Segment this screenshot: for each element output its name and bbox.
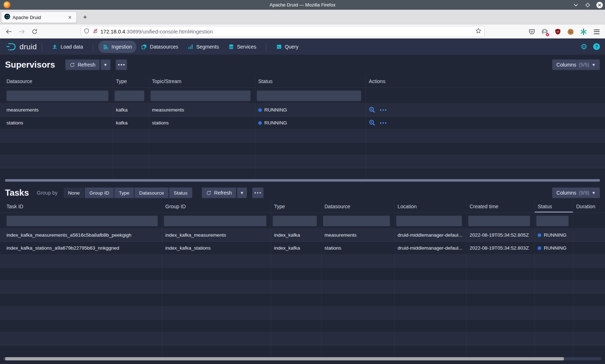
supervisor-row[interactable]: stations kafka stations RUNNING	[0, 117, 605, 129]
window-minimize-icon[interactable]	[573, 2, 579, 8]
filter-created-time-input[interactable]	[468, 215, 530, 226]
supervisor-datasource[interactable]: measurements	[0, 104, 113, 116]
empty-row	[0, 319, 605, 332]
column-header-datasource[interactable]: Datasource	[0, 75, 113, 87]
row-actions-menu-icon[interactable]	[380, 109, 386, 111]
back-button[interactable]	[4, 27, 14, 37]
columns-label: Columns	[556, 190, 576, 196]
navbar-separator	[42, 43, 42, 51]
supervisor-actions	[366, 104, 605, 116]
supervisors-refresh-button[interactable]: Refresh	[65, 59, 100, 70]
supervisors-more-button[interactable]	[116, 59, 127, 70]
navbar-separator	[93, 43, 93, 51]
tab-title: Apache Druid	[13, 15, 66, 20]
chevron-down-icon: ▼	[240, 191, 244, 195]
tab-strip: Apache Druid ✕ +	[0, 10, 605, 24]
task-duration	[573, 229, 605, 241]
supervisor-datasource[interactable]: stations	[0, 117, 113, 129]
druid-logo[interactable]: druid	[6, 42, 37, 51]
column-header-location[interactable]: Location	[395, 200, 467, 213]
nav-item-services[interactable]: Services	[224, 41, 261, 53]
column-header-created-time[interactable]: Created time	[467, 200, 535, 213]
column-header-datasource[interactable]: Datasource	[322, 200, 395, 213]
nav-item-query[interactable]: Query	[272, 41, 303, 53]
filter-location-input[interactable]	[396, 215, 462, 226]
account-icon[interactable]: ✕	[541, 28, 548, 35]
supervisors-columns-button[interactable]: Columns (5/5) ▼	[552, 59, 600, 70]
tab-close-icon[interactable]: ✕	[66, 14, 73, 21]
filter-type-input[interactable]	[115, 90, 144, 101]
tasks-refresh-button[interactable]: Refresh	[202, 187, 236, 198]
detail-magnifier-icon[interactable]	[369, 106, 376, 113]
column-header-group-id[interactable]: Group ID	[162, 200, 271, 213]
datasources-icon	[141, 44, 147, 50]
pocket-icon[interactable]	[528, 28, 535, 35]
browser-tab[interactable]: Apache Druid ✕	[1, 12, 77, 23]
column-header-status-sorted[interactable]: Status	[535, 200, 573, 213]
url-path: :30899/unified-console.html#ingestion	[125, 29, 213, 35]
supervisors-horizontal-scrollbar[interactable]	[5, 179, 600, 182]
refresh-icon	[70, 62, 75, 68]
filter-group-id-input[interactable]	[164, 215, 266, 226]
supervisors-refresh-dropdown-button[interactable]: ▼	[100, 59, 111, 70]
group-by-datasource-button[interactable]: Datasource	[134, 187, 169, 198]
supervisor-row[interactable]: measurements kafka measurements RUNNING	[0, 104, 605, 117]
filter-topic-stream-input[interactable]	[151, 90, 251, 101]
url-bar[interactable]: 172.18.0.4:30899/unified-console.html#in…	[81, 26, 484, 37]
tracking-protection-shield-icon[interactable]	[84, 28, 89, 35]
task-id[interactable]: index_kafka_stations_a9a679b22795b63_nnk…	[0, 242, 162, 254]
group-by-type-button[interactable]: Type	[114, 187, 134, 198]
ingestion-icon	[103, 44, 109, 50]
ublock-origin-icon[interactable]: uO	[554, 28, 561, 35]
filter-task-id-input[interactable]	[6, 215, 158, 226]
task-datasource: stations	[322, 242, 395, 254]
menu-hamburger-icon[interactable]	[593, 28, 600, 35]
extension-asterisk-icon[interactable]	[580, 28, 587, 35]
nav-item-datasources[interactable]: Datasources	[136, 41, 183, 53]
column-header-duration[interactable]: Duration	[573, 200, 605, 213]
tasks-horizontal-scrollbar-thumb[interactable]	[5, 357, 564, 360]
row-actions-menu-icon[interactable]	[380, 122, 386, 124]
column-header-task-id[interactable]: Task ID	[0, 200, 162, 213]
tasks-refresh-dropdown-button[interactable]: ▼	[237, 187, 247, 198]
tasks-more-button[interactable]	[252, 187, 264, 198]
bookmark-star-icon[interactable]	[475, 28, 481, 35]
tasks-table: Task ID Group ID Type Datasource Locatio…	[0, 200, 605, 358]
group-by-group-id-button[interactable]: Group ID	[85, 187, 114, 198]
url-text[interactable]: 172.18.0.4:30899/unified-console.html#in…	[100, 29, 475, 35]
column-header-topic-stream[interactable]: Topic/Stream	[149, 75, 255, 87]
detail-magnifier-icon[interactable]	[369, 119, 376, 126]
query-icon	[276, 44, 282, 50]
nav-item-ingestion[interactable]: Ingestion	[98, 41, 137, 53]
settings-gear-icon[interactable]: ⚙	[581, 43, 587, 50]
filter-status-input[interactable]	[536, 215, 569, 226]
task-id[interactable]: index_kafka_measurements_a5616c5ba8afb8b…	[0, 229, 162, 241]
empty-row	[0, 294, 605, 306]
new-tab-button[interactable]: +	[80, 13, 90, 22]
forward-button[interactable]	[17, 27, 27, 37]
task-row[interactable]: index_kafka_measurements_a5616c5ba8afb8b…	[0, 229, 605, 242]
group-by-status-button[interactable]: Status	[169, 187, 192, 198]
tasks-horizontal-scrollbar-track[interactable]	[4, 357, 601, 360]
column-header-type[interactable]: Type	[113, 75, 149, 87]
nav-item-segments[interactable]: Segments	[183, 41, 224, 53]
filter-type-input[interactable]	[273, 215, 317, 226]
filter-status-input[interactable]	[257, 90, 361, 101]
nav-item-load-data[interactable]: Load data	[47, 41, 88, 53]
window-close-icon[interactable]	[596, 2, 603, 8]
tasks-columns-button[interactable]: Columns (9/9) ▼	[552, 187, 600, 198]
cookie-extension-icon[interactable]	[567, 28, 574, 35]
reload-button[interactable]	[30, 27, 40, 37]
filter-datasource-input[interactable]	[323, 215, 390, 226]
task-row[interactable]: index_kafka_stations_a9a679b22795b63_nnk…	[0, 242, 605, 255]
insecure-lock-icon[interactable]	[93, 28, 98, 35]
task-datasource: measurements	[322, 229, 395, 241]
column-header-type[interactable]: Type	[271, 200, 322, 213]
column-header-status[interactable]: Status	[255, 75, 366, 87]
group-by-none-button[interactable]: None	[63, 187, 84, 198]
empty-row	[0, 255, 605, 268]
window-maximize-icon[interactable]	[584, 2, 591, 8]
filter-datasource-input[interactable]	[6, 90, 108, 101]
refresh-label: Refresh	[78, 62, 95, 68]
help-icon[interactable]: ?	[593, 43, 600, 50]
